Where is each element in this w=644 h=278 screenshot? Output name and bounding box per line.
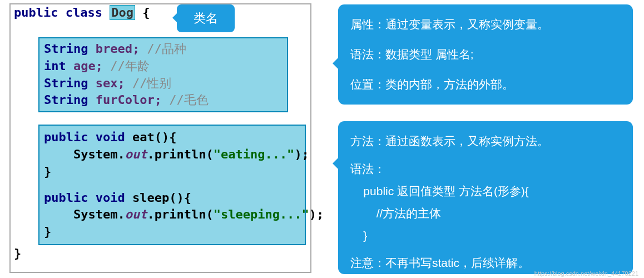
watermark: https://blog.csdn.net/weixin_44170221 xyxy=(534,270,638,277)
callout-line: 方法：通过函数表示，又称实例方法。 xyxy=(350,130,621,152)
attr-line: String sex; //性别 xyxy=(44,75,283,92)
method-sig: public void eat(){ xyxy=(44,129,300,146)
attr-line: int age; //年龄 xyxy=(44,58,283,75)
keyword-public: public xyxy=(14,6,58,19)
spacer xyxy=(350,36,621,43)
spacer xyxy=(350,152,621,158)
close-brace: } xyxy=(11,245,310,261)
class-name-highlight: Dog xyxy=(110,5,135,20)
callout-line: public 返回值类型 方法名(形参){ xyxy=(350,180,621,202)
methods-block: public void eat(){ System.out.println("e… xyxy=(38,125,306,245)
spacer xyxy=(350,66,621,73)
method-sig: public void sleep(){ xyxy=(44,190,300,207)
callout-line: 语法：数据类型 属性名; xyxy=(350,43,621,66)
callout-line: //方法的主体 xyxy=(350,202,621,225)
callout-line: } xyxy=(350,225,621,247)
open-brace: { xyxy=(142,6,150,19)
method-close: } xyxy=(44,224,300,241)
callout-attributes: 属性：通过变量表示，又称实例变量。 语法：数据类型 属性名; 位置：类的内部，方… xyxy=(338,4,633,105)
method-body: System.out.println("eating..."); xyxy=(44,146,300,163)
method-body: System.out.println("sleeping..."); xyxy=(44,206,300,224)
code-panel: public class Dog { String breed; //品种 in… xyxy=(9,3,311,273)
callout-line: 语法： xyxy=(350,158,621,180)
spacer xyxy=(350,246,621,252)
callout-line: 位置：类的内部，方法的外部。 xyxy=(350,73,621,96)
spacer xyxy=(44,181,300,190)
callout-line: 属性：通过变量表示，又称实例变量。 xyxy=(350,13,621,36)
class-declaration: public class Dog { xyxy=(11,4,310,21)
attr-line: String breed; //品种 xyxy=(44,41,283,58)
attr-line: String furColor; //毛色 xyxy=(44,92,283,109)
method-close: } xyxy=(44,163,300,181)
keyword-class: class xyxy=(66,6,102,19)
callout-methods: 方法：通过函数表示，又称实例方法。 语法： public 返回值类型 方法名(形… xyxy=(338,121,633,274)
label-classname: 类名 xyxy=(177,4,235,32)
attributes-block: String breed; //品种 int age; //年龄 String … xyxy=(38,37,288,112)
